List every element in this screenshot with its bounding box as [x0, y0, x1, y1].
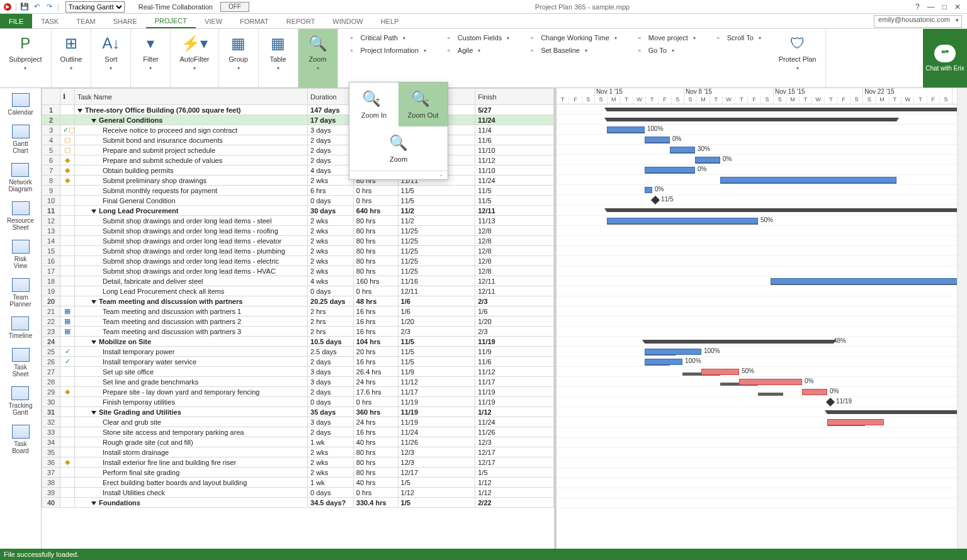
task-row[interactable]: 24Mobilize on Site10.5 days104 hrs11/511…: [42, 337, 554, 347]
task-row[interactable]: 30Finish temporay utilities0 days0 hrs11…: [42, 397, 554, 407]
menu-view[interactable]: VIEW: [196, 14, 231, 28]
task-row[interactable]: 19Long Lead Procurement check all items0…: [42, 286, 554, 296]
task-row[interactable]: 27Set up site office3 days26.4 hrs11/911…: [42, 367, 554, 377]
ribbon-custom-fields[interactable]: ▫Custom Fields▾: [444, 33, 509, 43]
ribbon-subproject[interactable]: PSubproject▾: [0, 29, 52, 87]
task-row[interactable]: 36◆Install exterior fire line and buildi…: [42, 457, 554, 468]
zoom-in-button[interactable]: 🔍+ Zoom In: [349, 82, 399, 126]
task-row[interactable]: 10Final General Condition0 days0 hrs11/5…: [42, 196, 554, 206]
task-row[interactable]: 15Submit shop drawings and order long le…: [42, 246, 554, 256]
task-row[interactable]: 1Three-story Office Building (76,000 squ…: [42, 105, 554, 115]
task-row[interactable]: 16Submit shop drawings and order long le…: [42, 256, 554, 266]
realtime-toggle[interactable]: OFF: [220, 2, 249, 12]
view-tracking-gantt[interactable]: TrackingGantt: [9, 386, 33, 416]
col-indicators[interactable]: ℹ: [60, 89, 75, 105]
view-resource-sheet[interactable]: ResourceSheet: [7, 201, 34, 231]
task-row[interactable]: 33Stone site access and temporary parkin…: [42, 427, 554, 437]
task-row[interactable]: 25✓Install temporary power2.5 days20 hrs…: [42, 347, 554, 357]
col-rownum[interactable]: [42, 89, 60, 105]
task-row[interactable]: 9Submit monthly requests for payment6 hr…: [42, 186, 554, 196]
task-row[interactable]: 26✓Install temporary water service2 days…: [42, 357, 554, 367]
task-row[interactable]: 8◆Submit preliminary shop drawings2 wks8…: [42, 176, 554, 186]
view-task-board[interactable]: TaskBoard: [12, 425, 30, 454]
view-gantt-chart[interactable]: GanttChart: [12, 125, 30, 154]
menu-share[interactable]: SHARE: [105, 14, 146, 28]
task-row[interactable]: 23▦Team meeting and discussion with part…: [42, 327, 554, 337]
zoom-out-button[interactable]: 🔍− Zoom Out: [399, 82, 448, 126]
col-finish[interactable]: Finish: [475, 89, 554, 105]
view-network-diagram[interactable]: NetworkDiagram: [9, 163, 33, 193]
minimize-icon[interactable]: —: [927, 3, 935, 11]
task-row[interactable]: 29◆Prepare site - lay down yard and temp…: [42, 387, 554, 397]
ribbon-table[interactable]: ▦Table▾: [259, 29, 298, 87]
task-row[interactable]: 39Install Utilities check0 days0 hrs1/12…: [42, 488, 554, 498]
task-row[interactable]: 40Foundations34.5 days?330.4 hrs1/52/22: [42, 498, 554, 508]
ribbon-group[interactable]: ▦Group▾: [219, 29, 259, 87]
col-duration[interactable]: Duration: [308, 89, 354, 105]
gantt-chart[interactable]: Nov 1 '15Nov 8 '15Nov 15 '15Nov 22 '15 T…: [557, 88, 967, 549]
menu-team[interactable]: TEAM: [67, 14, 105, 28]
chat-with-erix[interactable]: ❝❞ Chat with Erix: [923, 29, 967, 87]
task-table[interactable]: ℹ Task Name Duration Finish 1Three-story…: [42, 88, 557, 549]
task-row[interactable]: 37Perform final site grading2 wks80 hrs1…: [42, 468, 554, 478]
ribbon-sort[interactable]: A↓Sort▾: [91, 29, 131, 87]
task-row[interactable]: 17Submit shop drawings and order long le…: [42, 266, 554, 276]
ribbon-filter[interactable]: ▾Filter▾: [131, 29, 171, 87]
task-row[interactable]: 22▦Team meeting and discussion with part…: [42, 316, 554, 327]
menu-format[interactable]: FORMAT: [231, 14, 278, 28]
view-timeline[interactable]: Timeline: [9, 316, 32, 339]
maximize-icon[interactable]: □: [942, 3, 947, 11]
task-row[interactable]: 3✓▢Receive notice to proceed and sign co…: [42, 125, 554, 135]
task-row[interactable]: 13Submit shop drawings and order long le…: [42, 226, 554, 236]
menu-report[interactable]: REPORT: [278, 14, 324, 28]
task-row[interactable]: 31Site Grading and Utilities35 days360 h…: [42, 407, 554, 417]
ribbon-change-working-time[interactable]: ▫Change Working Time▾: [527, 33, 617, 43]
ribbon-protect[interactable]: 🛡Protect Plan▾: [770, 29, 826, 87]
ribbon-move-project[interactable]: ▫Move project▾: [635, 33, 696, 43]
user-account[interactable]: emily@housatonic.com: [874, 15, 962, 28]
vertical-scrollbar[interactable]: [957, 88, 967, 549]
view-task-sheet[interactable]: TaskSheet: [12, 348, 30, 378]
ribbon-agile[interactable]: ▫Agile▾: [444, 45, 509, 55]
menu-project[interactable]: PROJECT: [146, 14, 196, 28]
task-row[interactable]: 6◆Prepare and submit schedule of values2…: [42, 155, 554, 165]
col-task-name[interactable]: Task Name: [74, 89, 307, 105]
zoom-button[interactable]: 🔍 Zoom: [349, 126, 448, 171]
menu-file[interactable]: FILE: [0, 14, 32, 28]
help-icon[interactable]: ?: [915, 3, 920, 11]
task-row[interactable]: 18Detail, fabricate and deliver steel4 w…: [42, 276, 554, 286]
view-team-planner[interactable]: TeamPlanner: [9, 278, 31, 308]
task-row[interactable]: 5▢Prepare and submit project schedule2 d…: [42, 145, 554, 155]
menu-task[interactable]: TASK: [32, 14, 67, 28]
task-row[interactable]: 7◆Obtain building permits4 days11/10: [42, 165, 554, 176]
task-row[interactable]: 38Erect building batter boards and layou…: [42, 478, 554, 488]
close-icon[interactable]: ✕: [954, 3, 961, 11]
task-row[interactable]: 21▦Team meeting and discussion with part…: [42, 306, 554, 316]
task-row[interactable]: 32Clear and grub site3 days24 hrs11/1911…: [42, 417, 554, 427]
task-row[interactable]: 34Rough grade site (cut and fill)1 wk40 …: [42, 437, 554, 447]
ribbon-outline[interactable]: ⊞Outline▾: [52, 29, 92, 87]
menu-help[interactable]: HELP: [372, 14, 408, 28]
view-risk-view[interactable]: RiskView: [12, 240, 30, 269]
view-calendar[interactable]: Calendar: [8, 93, 33, 116]
task-row[interactable]: 12Submit shop drawings and order long le…: [42, 216, 554, 226]
task-row[interactable]: 11Long Lead Procurement30 days640 hrs11/…: [42, 206, 554, 216]
task-row[interactable]: 14Submit shop drawings and order long le…: [42, 236, 554, 246]
ribbon-project-information[interactable]: ▫Project Information▾: [347, 45, 426, 55]
task-row[interactable]: 35Install storm drainage2 wks80 hrs12/31…: [42, 447, 554, 457]
view-selector[interactable]: Tracking Gantt: [65, 1, 125, 13]
redo-icon[interactable]: ↷: [45, 2, 55, 12]
task-row[interactable]: 2General Conditions17 days11/24: [42, 115, 554, 125]
task-row[interactable]: 4▢Submit bond and insurance documents2 d…: [42, 135, 554, 145]
task-row[interactable]: 20Team meeting and discussion with partn…: [42, 296, 554, 306]
task-row[interactable]: 28Set line and grade benchmarks3 days24 …: [42, 377, 554, 387]
save-icon[interactable]: 💾: [20, 2, 30, 12]
menu-window[interactable]: WINDOW: [324, 14, 371, 28]
ribbon-scroll-to[interactable]: ▫Scroll To▾: [713, 33, 761, 43]
zoom-popover-expand[interactable]: ⌄: [349, 171, 448, 179]
ribbon-go-to[interactable]: ▫Go To▾: [635, 45, 696, 55]
undo-icon[interactable]: ↶: [32, 2, 42, 12]
ribbon-autofilter[interactable]: ⚡▾AutoFilter▾: [171, 29, 218, 87]
ribbon-zoom[interactable]: 🔍Zoom▾: [298, 29, 338, 87]
ribbon-set-baseline[interactable]: ▫Set Baseline▾: [527, 45, 617, 55]
